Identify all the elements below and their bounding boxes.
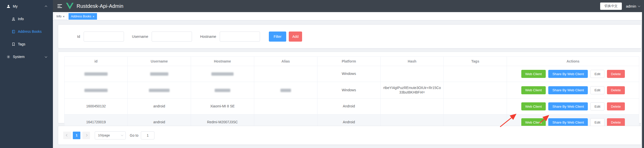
sidebar-menu: MyInfoAddress BooksTagsSystem	[0, 0, 53, 63]
tab-label: Info	[56, 15, 61, 18]
sidebar: MyInfoAddress BooksTagsSystem	[0, 0, 53, 148]
sidebar-item-info[interactable]: Info	[0, 13, 53, 25]
redacted-text	[280, 89, 291, 92]
cell-alias	[254, 66, 317, 82]
delete-button[interactable]: Delete	[607, 118, 625, 126]
address-books-table: idUsernameHostnameAliasPlatformHashTagsA…	[64, 56, 639, 130]
web-client-button[interactable]: Web Client	[521, 86, 546, 94]
sidebar-item-my[interactable]: My	[0, 0, 53, 13]
page-size-select[interactable]: 10/page	[95, 131, 126, 139]
main-content: IdUsernameHostname Filter Add idUsername…	[53, 20, 642, 148]
app-window: MyInfoAddress BooksTagsSystem Rustdesk-A…	[0, 0, 644, 148]
table-row: WindowsWeb ClientShare By Web ClientEdit…	[65, 66, 639, 82]
close-icon[interactable]: ×	[92, 15, 94, 18]
tab-address-books[interactable]: Address Books×	[69, 13, 97, 20]
hostname-input[interactable]	[220, 32, 260, 42]
delete-button[interactable]: Delete	[607, 102, 625, 110]
web-client-button[interactable]: Web Client	[521, 118, 546, 126]
sidebar-item-address-books[interactable]: Address Books	[0, 25, 53, 38]
user-menu[interactable]: admin	[626, 4, 640, 8]
app-title: Rustdesk-Api-Admin	[77, 3, 123, 9]
sidebar-item-label: Tags	[18, 42, 25, 46]
cell-actions: Web ClientShare By Web ClientEditDelete	[507, 66, 639, 82]
sidebar-item-label: Address Books	[18, 29, 42, 34]
cell-platform: Windows	[317, 82, 380, 99]
pagination-bar: 1 10/page Go to	[58, 126, 641, 145]
sidebar-item-label: Info	[18, 17, 24, 21]
chevron-up-icon	[44, 4, 47, 8]
column-header-platform: Platform	[317, 57, 380, 66]
delete-button[interactable]: Delete	[607, 70, 625, 78]
filter-button[interactable]: Filter	[269, 32, 286, 42]
edit-button[interactable]: Edit	[590, 118, 604, 126]
cell-tags	[444, 82, 507, 99]
sidebar-item-label: My	[13, 4, 18, 8]
cell-tags	[444, 66, 507, 82]
column-header-tags: Tags	[444, 57, 507, 66]
page-1-button[interactable]: 1	[73, 132, 80, 139]
web-client-button[interactable]: Web Client	[521, 102, 546, 110]
cell-alias	[254, 99, 317, 114]
delete-button[interactable]: Delete	[607, 86, 625, 94]
switch-language-button[interactable]: 切换中文	[600, 3, 622, 10]
username-input[interactable]	[152, 32, 192, 42]
scrollbar-strip	[642, 12, 644, 148]
username-label: admin	[626, 4, 636, 8]
cell-username	[127, 66, 191, 82]
share-by-web-client-button[interactable]: Share By Web Client	[548, 86, 588, 94]
filter-field-username: Username	[132, 32, 192, 42]
edit-button[interactable]: Edit	[590, 70, 604, 78]
sidebar-item-system[interactable]: System	[0, 50, 53, 63]
column-header-id: id	[65, 57, 128, 66]
redacted-text	[211, 72, 234, 76]
notebook-icon	[11, 29, 15, 34]
sidebar-item-label: System	[13, 55, 25, 59]
cell-id	[65, 66, 128, 82]
cell-hostname: Xiaomi-MI 8 SE	[191, 99, 254, 114]
edit-button[interactable]: Edit	[590, 102, 604, 110]
goto-label: Go to	[130, 133, 138, 137]
filter-panel: IdUsernameHostname Filter Add	[58, 24, 641, 48]
cell-hash	[380, 66, 444, 82]
cell-actions: Web ClientShare By Web ClientEditDelete	[507, 82, 639, 99]
redacted-text	[149, 89, 170, 92]
bookmark-icon	[11, 42, 15, 46]
table-row: 1600450132androidXiaomi-MI 8 SEAndroidWe…	[65, 99, 639, 114]
share-by-web-client-button[interactable]: Share By Web Client	[548, 70, 588, 78]
hamburger-icon[interactable]	[57, 4, 62, 8]
column-header-hash: Hash	[380, 57, 444, 66]
share-by-web-client-button[interactable]: Share By Web Client	[548, 118, 588, 126]
edit-button[interactable]: Edit	[590, 86, 604, 94]
tab-info[interactable]: Info×	[54, 13, 67, 20]
tags-view-bar: Info×Address Books×	[53, 12, 642, 20]
close-icon[interactable]: ×	[63, 15, 65, 18]
user-icon	[6, 4, 10, 8]
cell-platform: Windows	[317, 66, 380, 82]
cell-hash: rtbeYI4gIPuzREmute3OIUir+Rr15Co33buIBKHB…	[380, 82, 444, 99]
id-input[interactable]	[84, 32, 124, 42]
chevron-left-icon	[66, 134, 68, 137]
filter-label: Id	[77, 35, 80, 39]
goto-page-input[interactable]	[141, 131, 154, 139]
cell-id	[65, 82, 128, 99]
cell-hostname	[191, 66, 254, 82]
add-button[interactable]: Add	[289, 32, 302, 42]
next-page-button[interactable]	[82, 132, 90, 139]
column-header-username: Username	[127, 57, 191, 66]
cell-id: 1600450132	[65, 99, 128, 114]
filter-label: Hostname	[200, 35, 216, 39]
filter-fields: IdUsernameHostname	[77, 32, 260, 42]
redacted-text	[84, 72, 108, 76]
prev-page-button[interactable]	[63, 132, 71, 139]
web-client-button[interactable]: Web Client	[521, 70, 546, 78]
share-by-web-client-button[interactable]: Share By Web Client	[548, 102, 588, 110]
cell-actions: Web ClientShare By Web ClientEditDelete	[507, 99, 639, 114]
tab-label: Address Books	[71, 15, 91, 18]
sidebar-item-tags[interactable]: Tags	[0, 38, 53, 50]
cell-username	[127, 82, 191, 99]
cell-tags	[444, 99, 507, 114]
top-navbar: Rustdesk-Api-Admin 切换中文 admin	[53, 0, 644, 12]
page-size-value: 10/page	[98, 133, 110, 137]
filter-field-id: Id	[77, 32, 124, 42]
redacted-text	[150, 72, 168, 76]
